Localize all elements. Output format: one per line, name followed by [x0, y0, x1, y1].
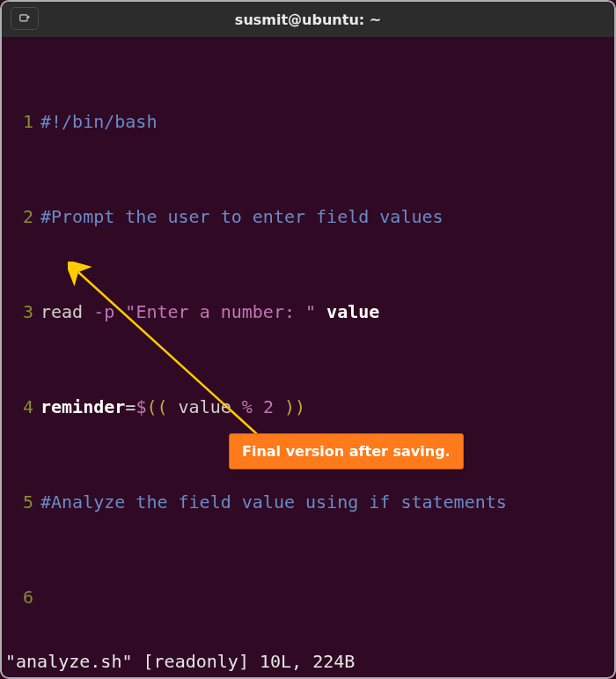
comment: #Prompt the user to enter field values — [40, 206, 444, 227]
dollar: $ — [136, 396, 146, 417]
line-number: 6 — [5, 586, 40, 609]
line-number: 5 — [5, 491, 40, 514]
open-arith: (( — [146, 396, 167, 417]
assign-lhs: reminder — [40, 396, 125, 417]
new-tab-icon — [18, 12, 31, 25]
flag: -p — [83, 301, 114, 322]
code-line: 2 #Prompt the user to enter field values — [5, 205, 611, 229]
comment: #Analyze the field value using if statem… — [40, 491, 507, 513]
builtin-read: read — [40, 301, 83, 322]
annotation-callout: Final version after saving. — [229, 433, 464, 469]
line-number: 2 — [5, 205, 40, 229]
operator: % — [242, 396, 253, 417]
svg-rect-0 — [20, 15, 27, 21]
code-line: 5 #Analyze the field value using if stat… — [5, 491, 611, 514]
editor-viewport[interactable]: 1 #!/bin/bash 2 #Prompt the user to ente… — [2, 37, 614, 677]
equals: = — [125, 396, 136, 417]
blank — [40, 586, 611, 609]
new-tab-button[interactable] — [11, 7, 39, 30]
code-line: 6 — [5, 586, 611, 609]
shebang: #!/bin/bash — [40, 111, 157, 132]
window-titlebar: susmit@ubuntu: ~ — [2, 2, 614, 37]
code-line: 3 read -p "Enter a number: " value — [5, 300, 611, 324]
string: "Enter a number: " — [114, 301, 316, 322]
variable: value — [316, 301, 379, 322]
window-title: susmit@ubuntu: ~ — [235, 11, 381, 28]
number: 2 — [253, 396, 284, 417]
vim-status-line: "analyze.sh" [readonly] 10L, 224B — [5, 650, 355, 674]
code-line: 1 #!/bin/bash — [5, 110, 611, 134]
code-line: 4 reminder=$(( value % 2 )) — [5, 395, 611, 419]
line-number: 4 — [5, 395, 40, 419]
close-arith: )) — [284, 396, 305, 417]
line-number: 3 — [5, 300, 40, 324]
expr: value — [168, 396, 242, 417]
line-number: 1 — [5, 110, 40, 134]
